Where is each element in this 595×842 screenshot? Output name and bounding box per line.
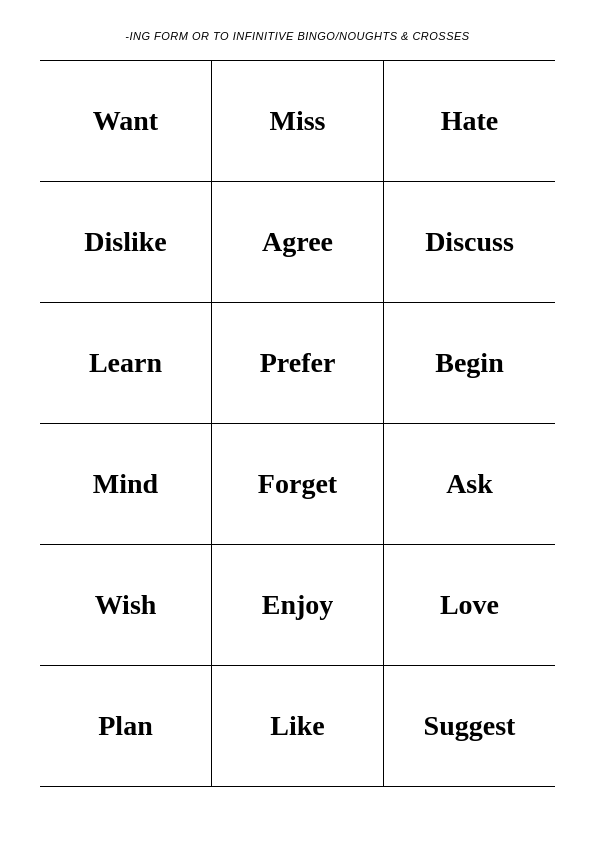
grid-row-1: DislikeAgreeDiscuss	[40, 182, 555, 303]
grid-cell-5-2: Suggest	[384, 666, 555, 786]
grid-row-4: WishEnjoyLove	[40, 545, 555, 666]
grid-cell-0-1: Miss	[212, 61, 384, 181]
cell-label-0-1: Miss	[270, 105, 326, 137]
grid-cell-5-1: Like	[212, 666, 384, 786]
bingo-grid: WantMissHateDislikeAgreeDiscussLearnPref…	[40, 60, 555, 787]
cell-label-3-0: Mind	[93, 468, 158, 500]
cell-label-2-0: Learn	[89, 347, 162, 379]
cell-label-2-1: Prefer	[260, 347, 336, 379]
cell-label-5-2: Suggest	[424, 710, 516, 742]
cell-label-2-2: Begin	[435, 347, 503, 379]
cell-label-0-2: Hate	[441, 105, 499, 137]
grid-cell-0-0: Want	[40, 61, 212, 181]
cell-label-5-0: Plan	[98, 710, 152, 742]
grid-cell-4-1: Enjoy	[212, 545, 384, 665]
cell-label-4-2: Love	[440, 589, 499, 621]
grid-cell-2-1: Prefer	[212, 303, 384, 423]
cell-label-4-0: Wish	[95, 589, 157, 621]
grid-cell-3-1: Forget	[212, 424, 384, 544]
grid-cell-2-2: Begin	[384, 303, 555, 423]
grid-cell-1-1: Agree	[212, 182, 384, 302]
grid-cell-4-0: Wish	[40, 545, 212, 665]
cell-label-1-2: Discuss	[425, 226, 514, 258]
cell-label-3-2: Ask	[446, 468, 493, 500]
cell-label-4-1: Enjoy	[262, 589, 334, 621]
grid-cell-3-2: Ask	[384, 424, 555, 544]
grid-row-3: MindForgetAsk	[40, 424, 555, 545]
grid-row-0: WantMissHate	[40, 61, 555, 182]
grid-row-2: LearnPreferBegin	[40, 303, 555, 424]
page-title: -ING FORM OR TO INFINITIVE BINGO/NOUGHTS…	[125, 30, 469, 42]
grid-cell-2-0: Learn	[40, 303, 212, 423]
grid-cell-1-0: Dislike	[40, 182, 212, 302]
grid-cell-5-0: Plan	[40, 666, 212, 786]
grid-cell-3-0: Mind	[40, 424, 212, 544]
cell-label-0-0: Want	[93, 105, 158, 137]
cell-label-5-1: Like	[270, 710, 324, 742]
grid-cell-0-2: Hate	[384, 61, 555, 181]
grid-row-5: PlanLikeSuggest	[40, 666, 555, 786]
grid-cell-4-2: Love	[384, 545, 555, 665]
cell-label-1-1: Agree	[262, 226, 333, 258]
grid-cell-1-2: Discuss	[384, 182, 555, 302]
cell-label-1-0: Dislike	[84, 226, 166, 258]
cell-label-3-1: Forget	[258, 468, 337, 500]
